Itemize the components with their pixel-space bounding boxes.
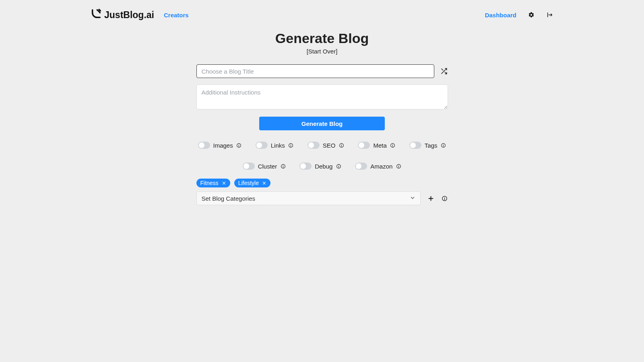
category-tag: Lifestyle✕ [234, 179, 270, 187]
remove-tag-icon[interactable]: ✕ [222, 181, 226, 186]
row2-toggle-debug[interactable] [299, 162, 312, 170]
info-icon[interactable] [236, 142, 242, 148]
svg-point-28 [398, 165, 399, 165]
settings-icon[interactable] [528, 11, 535, 19]
svg-point-7 [239, 144, 239, 144]
logout-icon[interactable] [546, 11, 553, 19]
info-icon[interactable] [390, 142, 396, 148]
row1-toggle-images[interactable] [198, 142, 210, 149]
form-area: Generate Blog ImagesLinksSEOMetaTags Clu… [196, 64, 448, 205]
remove-tag-icon[interactable]: ✕ [262, 181, 266, 186]
categories-placeholder: Set Blog Categories [202, 195, 255, 202]
category-tag: Fitness✕ [196, 179, 230, 187]
svg-point-33 [444, 197, 445, 197]
svg-point-10 [291, 144, 291, 144]
svg-point-19 [443, 144, 444, 144]
row2-label: Cluster [258, 163, 277, 170]
switch-row-1: ImagesLinksSEOMetaTags [196, 142, 448, 149]
svg-point-22 [283, 165, 283, 165]
categories-row: Set Blog Categories [196, 191, 448, 205]
info-icon[interactable] [396, 163, 401, 169]
page-title: Generate Blog [275, 31, 369, 46]
blog-title-input[interactable] [196, 64, 434, 78]
chevron-down-icon [410, 195, 415, 202]
row1-label: SEO [323, 142, 336, 149]
category-tag-label: Fitness [200, 180, 219, 186]
info-icon[interactable] [288, 142, 294, 148]
row1-label: Tags [425, 142, 438, 149]
additional-instructions-input[interactable] [196, 84, 448, 109]
nav-link-creators[interactable]: Creators [164, 12, 189, 19]
row1-switch-item: Meta [358, 142, 395, 149]
row1-toggle-meta[interactable] [358, 142, 370, 149]
row1-label: Links [271, 142, 285, 149]
shuffle-icon[interactable] [440, 67, 448, 75]
row2-switch-item: Debug [299, 162, 341, 170]
row1-toggle-links[interactable] [256, 142, 268, 149]
info-icon[interactable] [336, 163, 341, 169]
row2-toggle-cluster[interactable] [243, 162, 255, 170]
tags-row: Fitness✕Lifestyle✕ [196, 179, 448, 187]
row1-switch-item: Tags [409, 142, 446, 149]
row2-label: Amazon [370, 163, 392, 170]
row2-toggle-amazon[interactable] [355, 162, 367, 170]
nav-left: JustBlog.ai Creators [91, 8, 189, 22]
row2-switch-item: Cluster [243, 162, 286, 170]
add-category-button[interactable] [428, 195, 434, 202]
start-over-link[interactable]: [Start Over] [307, 48, 338, 55]
row1-switch-item: Images [198, 142, 242, 149]
logo-icon [91, 8, 102, 22]
categories-select[interactable]: Set Blog Categories [196, 191, 421, 205]
brand-name: JustBlog.ai [104, 10, 154, 21]
row1-toggle-seo[interactable] [308, 142, 320, 149]
row1-toggle-tags[interactable] [409, 142, 421, 149]
row2-label: Debug [315, 163, 332, 170]
categories-info-icon[interactable] [442, 195, 448, 202]
switch-row-2: ClusterDebugAmazon [196, 162, 448, 170]
svg-line-4 [442, 69, 443, 70]
svg-point-16 [392, 144, 393, 144]
info-icon[interactable] [440, 142, 446, 148]
nav-right: Dashboard [485, 11, 553, 19]
info-icon[interactable] [339, 142, 344, 148]
row1-label: Meta [373, 142, 386, 149]
main-content: Generate Blog [Start Over] Generate Blog [91, 26, 553, 205]
row1-switch-item: SEO [308, 142, 345, 149]
row1-switch-item: Links [256, 142, 294, 149]
generate-blog-button[interactable]: Generate Blog [259, 117, 385, 130]
info-icon[interactable] [280, 163, 286, 169]
row1-label: Images [213, 142, 233, 149]
nav-link-dashboard[interactable]: Dashboard [485, 12, 516, 19]
category-tag-label: Lifestyle [238, 180, 259, 186]
navbar: JustBlog.ai Creators Dashboard [91, 0, 553, 26]
svg-point-13 [341, 144, 342, 144]
svg-point-25 [339, 165, 339, 165]
title-row [196, 64, 448, 78]
row2-switch-item: Amazon [355, 162, 401, 170]
brand-logo[interactable]: JustBlog.ai [91, 8, 154, 22]
